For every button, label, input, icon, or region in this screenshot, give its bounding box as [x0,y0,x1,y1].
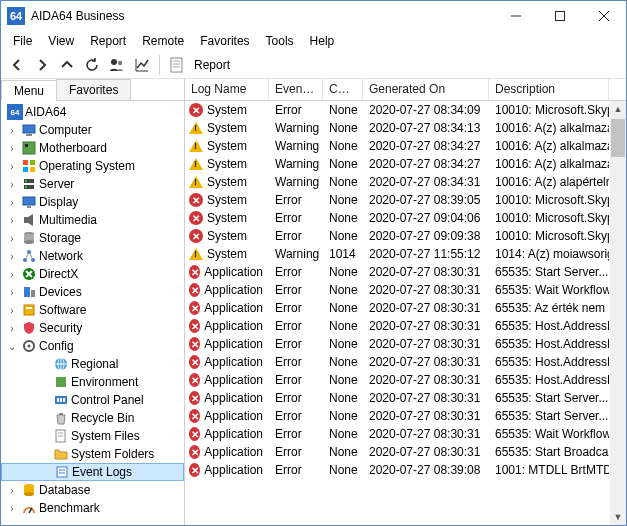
scroll-down-icon[interactable]: ▼ [610,509,626,525]
list-row[interactable]: ✕Application Error None 2020-07-27 08:30… [185,299,626,317]
expand-icon[interactable]: › [5,485,19,496]
list-row[interactable]: ✕System Error None 2020-07-27 08:34:09 1… [185,101,626,119]
refresh-button[interactable] [80,53,104,77]
list-row[interactable]: ✕System Error None 2020-07-27 09:04:06 1… [185,209,626,227]
collapse-icon[interactable]: ⌄ [5,341,19,352]
list-row[interactable]: ✕Application Error None 2020-07-27 08:30… [185,371,626,389]
tree-item-software[interactable]: ›Software [1,301,184,319]
menu-file[interactable]: File [5,32,40,50]
tree-item-regional[interactable]: Regional [1,355,184,373]
tree-item-security[interactable]: ›Security [1,319,184,337]
tab-menu[interactable]: Menu [1,80,57,101]
vertical-scrollbar[interactable]: ▲ ▼ [610,101,626,525]
cell-generated: 2020-07-27 08:39:08 [363,463,489,477]
expand-icon[interactable]: › [5,161,19,172]
column-header-3[interactable]: Generated On [363,79,489,100]
list-row[interactable]: ✕Application Error None 2020-07-27 08:30… [185,425,626,443]
list-row[interactable]: ✕Application Error None 2020-07-27 08:30… [185,317,626,335]
expand-icon[interactable]: › [5,269,19,280]
column-header-2[interactable]: Cat... [323,79,363,100]
graph-button[interactable] [130,53,154,77]
users-button[interactable] [105,53,129,77]
expand-icon[interactable]: › [5,287,19,298]
expand-icon[interactable]: › [5,125,19,136]
tree-item-system-folders[interactable]: System Folders [1,445,184,463]
close-button[interactable] [582,1,626,31]
expand-icon[interactable]: › [5,305,19,316]
expand-icon[interactable]: › [5,251,19,262]
column-header-0[interactable]: Log Name [185,79,269,100]
list-row[interactable]: ✕Application Error None 2020-07-27 08:39… [185,461,626,479]
list-row[interactable]: System Warning None 2020-07-27 08:34:27 … [185,137,626,155]
tab-favorites[interactable]: Favorites [56,79,131,100]
back-button[interactable] [5,53,29,77]
expand-icon[interactable]: › [5,323,19,334]
menu-tools[interactable]: Tools [258,32,302,50]
tree[interactable]: 64 AIDA64 ›Computer›Motherboard›Operatin… [1,101,184,525]
system-files-icon [53,428,69,444]
tree-item-event-logs[interactable]: Event Logs [1,463,184,481]
report-button[interactable] [165,53,189,77]
tree-item-computer[interactable]: ›Computer [1,121,184,139]
list-row[interactable]: ✕Application Error None 2020-07-27 08:30… [185,443,626,461]
list-row[interactable]: ✕Application Error None 2020-07-27 08:30… [185,407,626,425]
menu-favorites[interactable]: Favorites [192,32,257,50]
maximize-button[interactable] [538,1,582,31]
tree-item-motherboard[interactable]: ›Motherboard [1,139,184,157]
tree-item-config[interactable]: ⌄ Config [1,337,184,355]
tree-item-system-files[interactable]: System Files [1,427,184,445]
list-row[interactable]: ✕System Error None 2020-07-27 09:09:38 1… [185,227,626,245]
menu-view[interactable]: View [40,32,82,50]
tree-item-multimedia[interactable]: ›Multimedia [1,211,184,229]
tree-item-database[interactable]: ›Database [1,481,184,499]
list-row[interactable]: System Warning None 2020-07-27 08:34:13 … [185,119,626,137]
list-row[interactable]: ✕Application Error None 2020-07-27 08:30… [185,335,626,353]
expand-icon[interactable]: › [5,233,19,244]
expand-icon[interactable]: › [5,503,19,514]
tree-item-recycle-bin[interactable]: Recycle Bin [1,409,184,427]
menu-remote[interactable]: Remote [134,32,192,50]
tree-item-control-panel[interactable]: Control Panel [1,391,184,409]
expand-icon[interactable]: › [5,197,19,208]
tree-item-storage[interactable]: ›Storage [1,229,184,247]
column-header-4[interactable]: Description [489,79,609,100]
list-body[interactable]: ✕System Error None 2020-07-27 08:34:09 1… [185,101,626,525]
menu-help[interactable]: Help [302,32,343,50]
expand-icon[interactable]: › [5,179,19,190]
expand-icon[interactable]: › [5,215,19,226]
tree-item-label: Server [39,177,74,191]
menu-report[interactable]: Report [82,32,134,50]
list-row[interactable]: ✕Application Error None 2020-07-27 08:30… [185,263,626,281]
column-header-1[interactable]: Event ... [269,79,323,100]
tree-item-directx[interactable]: ›DirectX [1,265,184,283]
tree-root[interactable]: 64 AIDA64 [1,103,184,121]
tree-item-environment[interactable]: Environment [1,373,184,391]
list-row[interactable]: System Warning 1014 2020-07-27 11:55:12 … [185,245,626,263]
forward-button[interactable] [30,53,54,77]
tree-item-benchmark[interactable]: ›Benchmark [1,499,184,517]
cell-description: 65535: Host.AddressLi [489,355,609,369]
list-row[interactable]: ✕Application Error None 2020-07-27 08:30… [185,353,626,371]
list-row[interactable]: System Warning None 2020-07-27 08:34:27 … [185,155,626,173]
cell-logname: ✕Application [185,337,269,351]
cell-event: Error [269,229,323,243]
svg-rect-1 [556,12,565,21]
scroll-up-icon[interactable]: ▲ [610,101,626,117]
list-row[interactable]: ✕Application Error None 2020-07-27 08:30… [185,281,626,299]
tree-item-display[interactable]: ›Display [1,193,184,211]
tree-item-network[interactable]: ›Network [1,247,184,265]
svg-point-59 [24,492,34,496]
expand-icon[interactable]: › [5,143,19,154]
list-row[interactable]: ✕Application Error None 2020-07-27 08:30… [185,389,626,407]
tree-item-operating-system[interactable]: ›Operating System [1,157,184,175]
tree-item-label: Control Panel [71,393,144,407]
up-button[interactable] [55,53,79,77]
list-row[interactable]: System Warning None 2020-07-27 08:34:31 … [185,173,626,191]
tree-item-server[interactable]: ›Server [1,175,184,193]
cell-description: 65535: Start Server... [489,391,609,405]
minimize-button[interactable] [494,1,538,31]
tree-item-devices[interactable]: ›Devices [1,283,184,301]
scroll-thumb[interactable] [611,119,625,157]
list-row[interactable]: ✕System Error None 2020-07-27 08:39:05 1… [185,191,626,209]
cell-category: None [323,355,363,369]
